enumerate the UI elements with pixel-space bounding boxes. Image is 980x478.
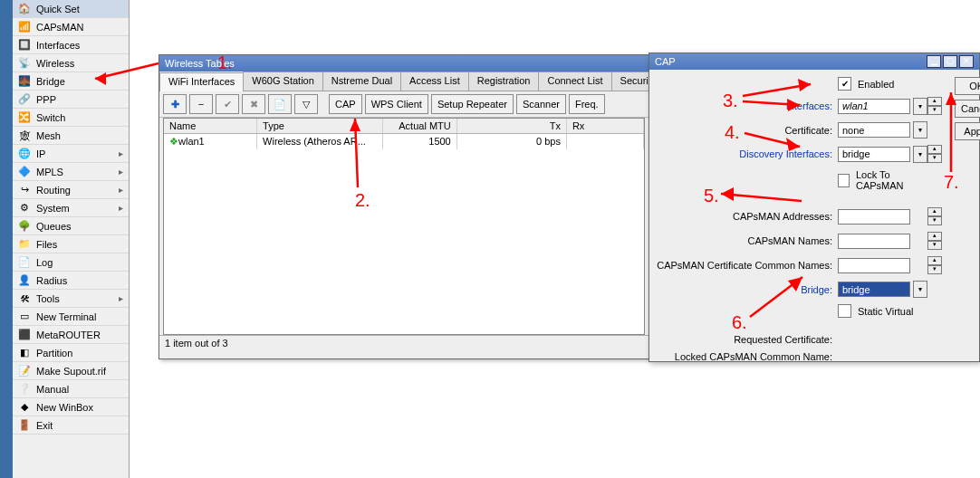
sidebar-item-new-terminal[interactable]: ▭New Terminal [13,308,129,326]
sidebar-icon: 🚪 [18,419,31,432]
bridge-label[interactable]: Bridge: [657,284,838,295]
addresses-down[interactable]: ▾ [927,216,942,225]
tab-w60g-station[interactable]: W60G Station [243,72,322,91]
setup-repeater-button[interactable]: Setup Repeater [431,94,514,114]
maximize-button[interactable]: ▢ [943,55,957,68]
sidebar-item-switch[interactable]: 🔀Switch [13,109,129,127]
interfaces-down[interactable]: ▾ [927,106,942,115]
discovery-down[interactable]: ▾ [927,154,942,163]
certificate-field[interactable] [838,122,910,138]
col-mtu[interactable]: Actual MTU [383,119,456,133]
tab-registration[interactable]: Registration [468,72,540,91]
names-up[interactable]: ▴ [927,232,942,241]
discovery-up[interactable]: ▴ [927,145,942,154]
sidebar-item-system[interactable]: ⚙System▸ [13,199,129,217]
window-title[interactable]: Wireless Tables [159,55,649,72]
sidebar-item-ppp[interactable]: 🔗PPP [13,91,129,109]
comment-button[interactable]: 📄 [268,94,292,114]
names-down[interactable]: ▾ [927,241,942,250]
sidebar-item-exit[interactable]: 🚪Exit [13,416,129,435]
sidebar-icon: ◧ [18,347,31,359]
tab-bar: WiFi InterfacesW60G StationNstreme DualA… [159,72,649,91]
col-type[interactable]: Type [257,119,383,133]
sidebar-item-files[interactable]: 📁Files [13,235,129,253]
interface-table[interactable]: Name Type Actual MTU Tx Rx ❖wlan1 Wirele… [163,118,645,335]
interfaces-up[interactable]: ▴ [927,97,942,106]
certnames-field[interactable] [838,258,910,273]
sidebar-item-mpls[interactable]: 🔷MPLS▸ [13,163,129,181]
sidebar-item-ip[interactable]: 🌐IP▸ [13,145,129,163]
addresses-up[interactable]: ▴ [927,207,942,216]
sidebar-item-routing[interactable]: ↪Routing▸ [13,181,129,199]
sidebar-label: New Terminal [36,311,96,322]
sidebar-icon: ◆ [18,401,31,414]
add-button[interactable]: ✚ [163,94,187,114]
table-row[interactable]: ❖wlan1 Wireless (Atheros AR... 1500 0 bp… [164,134,644,149]
apply-button[interactable]: Apply [955,122,980,140]
sidebar-item-bridge[interactable]: 🌉Bridge [13,72,129,91]
col-rx[interactable]: Rx [567,119,644,133]
sidebar-item-manual[interactable]: ❔Manual [13,380,129,398]
freq-button[interactable]: Freq. [569,94,605,114]
sidebar-item-partition[interactable]: ◧Partition [13,344,129,362]
discovery-field[interactable] [838,147,910,162]
enabled-checkbox[interactable]: ✔ [838,77,851,91]
sidebar-label: MPLS [36,167,63,177]
sidebar-item-interfaces[interactable]: 🔲Interfaces [13,36,129,54]
remove-button[interactable]: − [189,94,213,114]
tab-wifi-interfaces[interactable]: WiFi Interfaces [159,72,244,91]
addresses-field[interactable] [838,209,910,225]
close-button[interactable]: ✕ [959,55,974,68]
sidebar-item-quick-set[interactable]: 🏠Quick Set [13,0,129,18]
names-field[interactable] [838,234,910,249]
sidebar-item-make-supout-rif[interactable]: 📝Make Supout.rif [13,362,129,380]
lock-checkbox[interactable] [838,174,850,187]
static-checkbox[interactable] [838,304,851,318]
cap-title-text: CAP [655,56,676,67]
sidebar-icon: ▭ [18,311,31,323]
sidebar-item-new-winbox[interactable]: ◆New WinBox [13,398,129,416]
discovery-label[interactable]: Discovery Interfaces: [657,148,838,159]
col-tx[interactable]: Tx [457,119,567,133]
col-name[interactable]: Name [164,119,257,133]
certificate-dropdown[interactable]: ▾ [913,121,927,139]
disable-button[interactable]: ✖ [242,94,265,114]
discovery-dropdown[interactable]: ▾ [913,146,927,163]
bridge-field[interactable] [838,282,910,297]
sidebar-item-capsman[interactable]: 📶CAPsMAN [13,18,129,36]
cap-dialog: CAP ▁ ▢ ✕ ✔ Enabled Interfaces: ▾ ▴▾ Cer… [649,53,980,362]
bridge-dropdown[interactable]: ▾ [913,281,927,298]
sidebar-icon: 🛠 [18,292,31,305]
sidebar-icon: 🔗 [18,93,31,106]
scanner-button[interactable]: Scanner [516,94,566,114]
sidebar-label: Log [36,257,53,268]
submenu-arrow-icon: ▸ [119,167,123,177]
sidebar-item-log[interactable]: 📄Log [13,253,129,272]
certnames-label: CAPsMAN Certificate Common Names: [657,260,838,271]
tab-connect-list[interactable]: Connect List [538,72,611,91]
enable-button[interactable]: ✔ [216,94,239,114]
interfaces-label[interactable]: Interfaces: [657,100,838,111]
minimize-button[interactable]: ▁ [927,55,941,68]
sidebar-icon: 🌉 [18,75,31,88]
interfaces-dropdown[interactable]: ▾ [913,98,927,115]
sidebar-item-radius[interactable]: 👤Radius [13,272,129,290]
sidebar-item-queues[interactable]: 🌳Queues [13,217,129,235]
cancel-button[interactable]: Cancel [955,100,980,118]
sidebar-item-tools[interactable]: 🛠Tools▸ [13,290,129,308]
wps-client-button[interactable]: WPS Client [365,94,428,114]
ok-button[interactable]: OK [955,77,980,95]
filter-button[interactable]: ▽ [294,94,318,114]
sidebar-item-metarouter[interactable]: ⬛MetaROUTER [13,326,129,344]
cell-mtu: 1500 [383,134,456,149]
tab-nstreme-dual[interactable]: Nstreme Dual [322,72,401,91]
sidebar-item-mesh[interactable]: 🕸Mesh [13,127,129,145]
cap-button[interactable]: CAP [329,94,362,114]
certnames-down[interactable]: ▾ [927,265,942,274]
certnames-up[interactable]: ▴ [927,256,942,265]
sidebar-item-wireless[interactable]: 📡Wireless [13,54,129,72]
tab-access-list[interactable]: Access List [400,72,469,91]
cap-title-bar[interactable]: CAP ▁ ▢ ✕ [649,53,979,70]
cell-tx: 0 bps [457,134,567,149]
interfaces-field[interactable] [838,99,910,114]
